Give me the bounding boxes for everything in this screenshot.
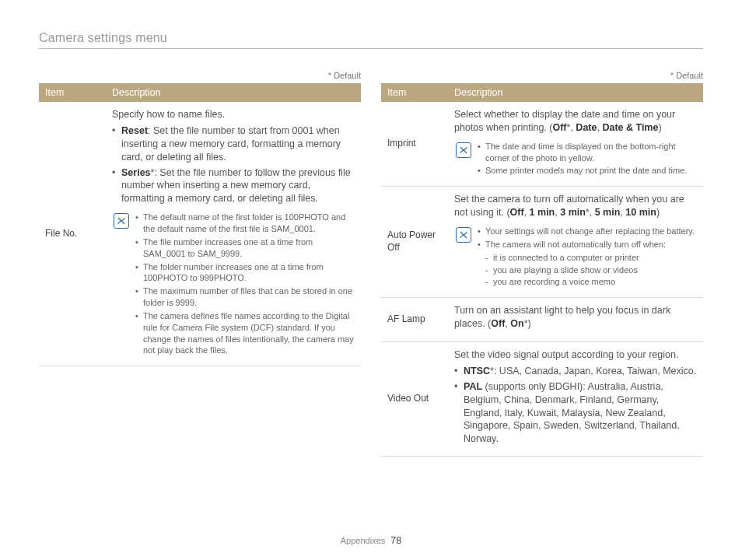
item-description: Select whether to display the date and t…: [448, 102, 703, 187]
default-note: * Default: [381, 71, 703, 80]
option-name: PAL: [464, 381, 482, 392]
page-title: Camera settings menu: [39, 31, 703, 49]
list-item: The camera defines file names according …: [135, 310, 355, 356]
page-footer: Appendixes 78: [0, 535, 742, 546]
option: Off: [552, 122, 566, 133]
note-box: Your settings will not change after repl…: [454, 226, 697, 289]
option: 10 min: [625, 207, 656, 218]
note-icon: [456, 142, 471, 158]
option: 5 min: [595, 207, 621, 218]
option-text: : Set the file number to follow the prev…: [121, 167, 351, 205]
table-row: Imprint Select whether to display the da…: [381, 102, 703, 187]
text: ): [658, 122, 661, 133]
list-item: you are playing a slide show or videos: [485, 264, 695, 276]
content-columns: * Default Item Description File No. Spec…: [39, 71, 703, 457]
note-list: The date and time is displayed on the bo…: [478, 141, 697, 179]
header-description: Description: [448, 83, 703, 102]
settings-table-right: Item Description Imprint Select whether …: [381, 83, 703, 457]
list-item: The camera will not automatically turn o…: [478, 239, 695, 288]
list-item: Some printer models may not print the da…: [478, 165, 697, 177]
table-row: Auto Power Off Set the camera to turn of…: [381, 187, 703, 298]
option-text: (supports only BDGHI): Australia, Austri…: [464, 381, 680, 445]
list-item: The maximum number of files that can be …: [135, 285, 355, 309]
list-item: PAL (supports only BDGHI): Australia, Au…: [454, 380, 697, 446]
list-item: The file number increases one at a time …: [135, 236, 355, 260]
list-item: Reset: Set the file number to start from…: [112, 124, 355, 164]
desc-text: Set the camera to turn off automatically…: [454, 193, 697, 219]
list-item: The date and time is displayed on the bo…: [478, 141, 697, 164]
item-description: Turn on an assistant light to help you f…: [448, 298, 703, 342]
text: ): [656, 207, 660, 218]
option: Date: [576, 122, 597, 133]
list-item: The folder number increases one at a tim…: [135, 261, 355, 285]
right-column: * Default Item Description Imprint Selec…: [381, 71, 703, 457]
item-description: Specify how to name files. Reset: Set th…: [106, 102, 361, 366]
option: On: [510, 318, 523, 329]
item-label: File No.: [39, 102, 106, 366]
option-name: NTSC: [464, 366, 490, 376]
table-row: File No. Specify how to name files. Rese…: [39, 102, 361, 366]
header-item: Item: [39, 83, 106, 102]
option-text: : Set the file number to start from 0001…: [121, 125, 341, 163]
item-label: Video Out: [381, 342, 448, 457]
note-icon: [456, 227, 471, 243]
intro-text: Set the video signal output according to…: [454, 348, 697, 362]
option: Off: [491, 318, 505, 329]
text: Turn on an assistant light to help you f…: [454, 305, 670, 329]
text: ): [528, 318, 531, 329]
option-text: : USA, Canada, Japan, Korea, Taiwan, Mex…: [494, 366, 696, 376]
header-item: Item: [381, 83, 448, 102]
note-icon: [114, 213, 129, 229]
note-box: The default name of the first folder is …: [112, 212, 355, 358]
option: Off: [510, 207, 524, 218]
note-list: Your settings will not change after repl…: [478, 226, 695, 289]
option-list: Reset: Set the file number to start from…: [112, 124, 355, 205]
document-page: Camera settings menu * Default Item Desc…: [0, 0, 742, 560]
header-description: Description: [106, 83, 361, 102]
option: 1 min: [530, 207, 555, 218]
text: ,: [590, 207, 595, 218]
item-label: Imprint: [381, 102, 448, 187]
option: Date & Time: [602, 122, 658, 133]
desc-text: Turn on an assistant light to help you f…: [454, 304, 697, 331]
item-description: Set the camera to turn off automatically…: [448, 187, 703, 298]
item-description: Set the video signal output according to…: [448, 342, 703, 457]
list-item: you are recording a voice memo: [485, 276, 695, 288]
note-list: The default name of the first folder is …: [135, 212, 355, 358]
text: ,: [524, 207, 530, 218]
note-box: The date and time is displayed on the bo…: [454, 141, 697, 179]
left-column: * Default Item Description File No. Spec…: [39, 71, 361, 457]
default-note: * Default: [39, 71, 361, 80]
sub-list: it is connected to a computer or printer…: [485, 252, 695, 289]
item-label: Auto Power Off: [381, 187, 448, 298]
text: The camera will not automatically turn o…: [485, 240, 666, 249]
item-label: AF Lamp: [381, 298, 448, 342]
option-list: NTSC*: USA, Canada, Japan, Korea, Taiwan…: [454, 365, 697, 446]
page-number: 78: [390, 535, 401, 546]
table-row: Video Out Set the video signal output ac…: [381, 342, 703, 457]
list-item: NTSC*: USA, Canada, Japan, Korea, Taiwan…: [454, 365, 697, 378]
option: 3 min: [560, 207, 586, 218]
option-name: Reset: [121, 125, 148, 136]
list-item: Your settings will not change after repl…: [478, 226, 695, 237]
list-item: The default name of the first folder is …: [135, 212, 355, 235]
option-name: Series: [121, 167, 151, 178]
desc-text: Select whether to display the date and t…: [454, 108, 697, 135]
list-item: Series*: Set the file number to follow t…: [112, 166, 355, 206]
list-item: it is connected to a computer or printer: [485, 252, 695, 264]
table-row: AF Lamp Turn on an assistant light to he…: [381, 298, 703, 342]
settings-table-left: Item Description File No. Specify how to…: [39, 83, 361, 366]
intro-text: Specify how to name files.: [112, 108, 355, 121]
footer-section: Appendixes: [341, 536, 386, 545]
